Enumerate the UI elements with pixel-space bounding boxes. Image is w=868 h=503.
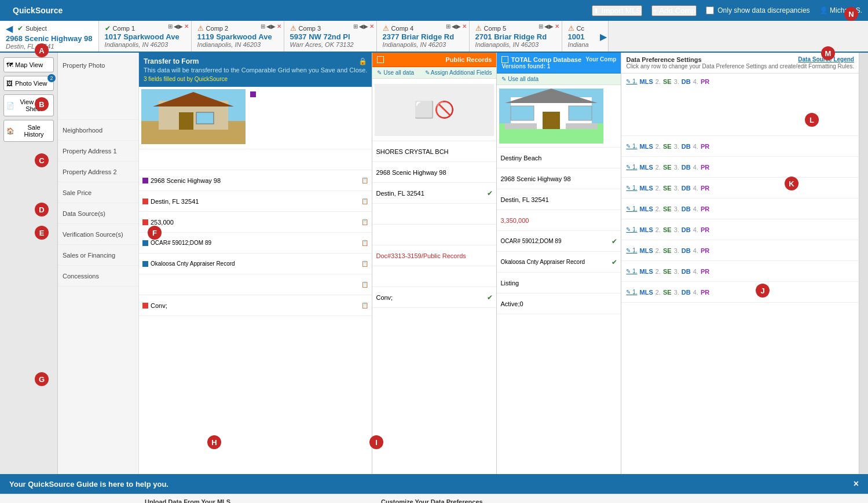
reorder5-icon[interactable]: ◀▶ — [544, 23, 554, 30]
grid5-icon[interactable]: ⊞ — [539, 23, 543, 30]
discrepancies-checkbox[interactable] — [706, 6, 714, 14]
sale-history-button[interactable]: 🏠 Sale History — [3, 120, 54, 142]
total-db-icon — [501, 56, 508, 63]
copy7-icon[interactable]: 📋 — [361, 302, 368, 309]
tab-comp2[interactable]: ⚠ Comp 2 ⊞ ◀▶ ✕ 1119 Sparkwood Ave India… — [192, 21, 284, 52]
pref-address1-cell[interactable]: ✎ 1. MLS 2. SE 3. DB 4. PR — [621, 157, 859, 178]
transfer-address1-cell[interactable]: 2968 Scenic Highway 98 📋 — [139, 170, 372, 191]
annotation-N: N — [844, 7, 858, 21]
pref-neighborhood-cell[interactable]: ✎ 1. MLS 2. SE 3. DB 4. PR — [621, 136, 859, 157]
grid3-icon[interactable]: ⊞ — [353, 23, 358, 30]
tab-comp4-address: 2377 Briar Ridge Rd — [383, 32, 463, 41]
transfer-concessions-cell[interactable]: Conv; 📋 — [139, 295, 372, 316]
tab-subject-city: Destin, FL 32541 — [6, 43, 93, 50]
field-label-address2: Property Address 2 — [58, 161, 138, 182]
svg-rect-13 — [505, 123, 537, 129]
map-view-button[interactable]: 🗺 Map View — [3, 57, 54, 72]
tab-comp4-label: Comp 4 — [391, 25, 414, 32]
transfer-salesfin-cell[interactable]: 📋 — [139, 274, 372, 295]
total-datasources-cell: OCAR# 59012;DOM 89 ✔ — [497, 231, 621, 252]
data-columns: Transfer to Form 🔒 This data will be tra… — [139, 53, 868, 474]
pref-verification-cell[interactable]: ✎ 1. MLS 2. SE 3. DB 4. PR — [621, 240, 859, 261]
tab-subject-label: Subject — [25, 25, 47, 32]
check-addr2-icon: ✔ — [487, 189, 493, 197]
step-content-upload: Upload Data From Your MLS 🔍 Show me wher… — [145, 498, 230, 503]
tab-comp5[interactable]: ⚠ Comp 5 ⊞ ◀▶ ✕ 2701 Briar Ridge Rd Indi… — [470, 21, 562, 52]
status-warn-comp5-icon: ⚠ — [475, 24, 482, 32]
next-arrow-icon[interactable]: ▶ — [600, 31, 607, 42]
pub-use-all-bar[interactable]: ✎ Use all data ✎ Assign Additional Field… — [372, 67, 496, 79]
tab-subject[interactable]: ◀ ✔ Subject 2968 Scenic Highway 98 Desti… — [0, 21, 99, 53]
annotation-B: B — [35, 97, 49, 111]
close4-icon[interactable]: ✕ — [462, 23, 467, 30]
copy4-icon[interactable]: 📋 — [361, 240, 368, 246]
tab-comp4-city: Indianapolis, IN 46203 — [383, 41, 463, 48]
transfer-address2-cell[interactable]: Destin, FL 32541 📋 — [139, 191, 372, 212]
tab-comp2-address: 1119 Sparkwood Ave — [197, 32, 278, 41]
close5-icon[interactable]: ✕ — [555, 23, 559, 30]
tab-comp6[interactable]: ⚠ Cc 1001 Indiana ▶ — [562, 21, 609, 52]
field-label-address1: Property Address 1 — [58, 141, 138, 161]
tab-comp1[interactable]: ✔ Comp 1 ⊞ ◀▶ ✕ 1017 Sparkwood Ave India… — [99, 21, 192, 52]
svg-rect-14 — [566, 123, 598, 129]
pub-photo-cell: ⬜🚫 — [372, 79, 496, 141]
pref-address2-cell[interactable]: ✎ 1. MLS 2. SE 3. DB 4. PR — [621, 178, 859, 199]
pref-photo-cell[interactable]: ✎ 1. MLS 2. SE 3. DB 4. PR — [621, 74, 859, 136]
grid-icon[interactable]: ⊞ — [168, 23, 173, 30]
close2-icon[interactable]: ✕ — [277, 23, 281, 30]
discrepancies-toggle[interactable]: Only show data discrepancies — [706, 6, 810, 14]
tab-comp5-label: Comp 5 — [484, 25, 507, 32]
import-mls-button[interactable]: ⬆ Import MLS — [592, 5, 643, 16]
photo-view-button[interactable]: 🖼 Photo View 2 — [3, 76, 54, 91]
svg-rect-4 — [179, 112, 193, 130]
pref-datasources-cell[interactable]: ✎ 1. MLS 2. SE 3. DB 4. PR — [621, 219, 859, 240]
tab-comp4[interactable]: ⚠ Comp 4 ⊞ ◀▶ ✕ 2377 Briar Ridge Rd Indi… — [377, 21, 470, 52]
field-label-sale-price: Sale Price — [58, 182, 138, 203]
tab-comp6-label: Cc — [577, 25, 584, 32]
copy2-icon[interactable]: 📋 — [361, 198, 368, 204]
total-db-header: TOTAL Comp Database Versions found: 1 Yo… — [497, 53, 621, 74]
status-warn-comp3-icon: ⚠ — [290, 24, 296, 32]
copy3-icon[interactable]: 📋 — [361, 219, 368, 225]
transfer-saleprice-cell[interactable]: 253,000 📋 — [139, 212, 372, 233]
copy5-icon[interactable]: 📋 — [361, 260, 368, 267]
add-comp-button[interactable]: + Add Comp — [651, 5, 697, 16]
pref-salesfin-cell[interactable]: ✎ 1. MLS 2. SE 3. DB 4. PR — [621, 261, 859, 282]
reorder2-icon[interactable]: ◀▶ — [266, 23, 276, 30]
back-arrow-icon[interactable]: ◀ — [6, 23, 13, 34]
field-label-sales-financing: Sales or Financing — [58, 245, 138, 266]
grid2-icon[interactable]: ⊞ — [261, 23, 265, 30]
total-verification-cell: Okaloosa Cnty Appraiser Record ✔ — [497, 252, 621, 273]
svg-rect-11 — [511, 106, 534, 120]
grid4-icon[interactable]: ⊞ — [446, 23, 451, 30]
total-use-all-bar[interactable]: ✎ Use all data — [497, 74, 621, 85]
tab-comp4-actions: ⊞ ◀▶ ✕ — [446, 23, 467, 30]
copy-icon[interactable]: 📋 — [361, 177, 368, 183]
close3-icon[interactable]: ✕ — [369, 23, 374, 30]
transfer-datasources-cell[interactable]: OCAR# 59012;DOM 89 📋 — [139, 233, 372, 254]
step-title-upload: Upload Data From Your MLS — [145, 498, 230, 503]
guide-close-button[interactable]: × — [854, 479, 859, 489]
tab-comp5-address: 2701 Briar Ridge Rd — [475, 32, 556, 41]
reorder4-icon[interactable]: ◀▶ — [452, 23, 461, 30]
tab-comp3[interactable]: ⚠ Comp 3 ⊞ ◀▶ ✕ 5937 NW 72nd Pl Warr Acr… — [284, 21, 377, 52]
beach-house-svg — [141, 89, 246, 144]
close-icon[interactable]: ✕ — [184, 23, 189, 30]
pref-saleprice-cell[interactable]: ✎ 1. MLS 2. SE 3. DB 4. PR — [621, 199, 859, 219]
lock-icon[interactable]: 🔒 — [358, 57, 367, 65]
pref-concessions-cell[interactable]: ✎ 1. MLS 2. SE 3. DB 4. PR — [621, 282, 859, 303]
reorder3-icon[interactable]: ◀▶ — [359, 23, 368, 30]
transfer-verification-cell[interactable]: Okaloosa Cnty Appraiser Record 📋 — [139, 254, 372, 274]
pub-verification-cell: Doc#3313-3159/Public Records — [372, 245, 496, 266]
tab-comp5-city: Indianapolis, IN 46203 — [475, 41, 556, 48]
copy6-icon[interactable]: 📋 — [361, 281, 368, 288]
reorder-icon[interactable]: ◀▶ — [174, 23, 183, 30]
con-color-sq — [142, 303, 148, 309]
total-concessions-cell: Active;0 — [497, 293, 621, 314]
step-content-customize: Customize Your Data Preferences 🔍 Show m… — [381, 498, 483, 503]
status-warn-comp4-icon: ⚠ — [383, 24, 389, 32]
user-icon: 👤 — [819, 6, 828, 14]
svg-rect-5 — [196, 112, 214, 124]
total-photo-cell — [497, 85, 621, 148]
annotation-I: I — [369, 435, 383, 449]
